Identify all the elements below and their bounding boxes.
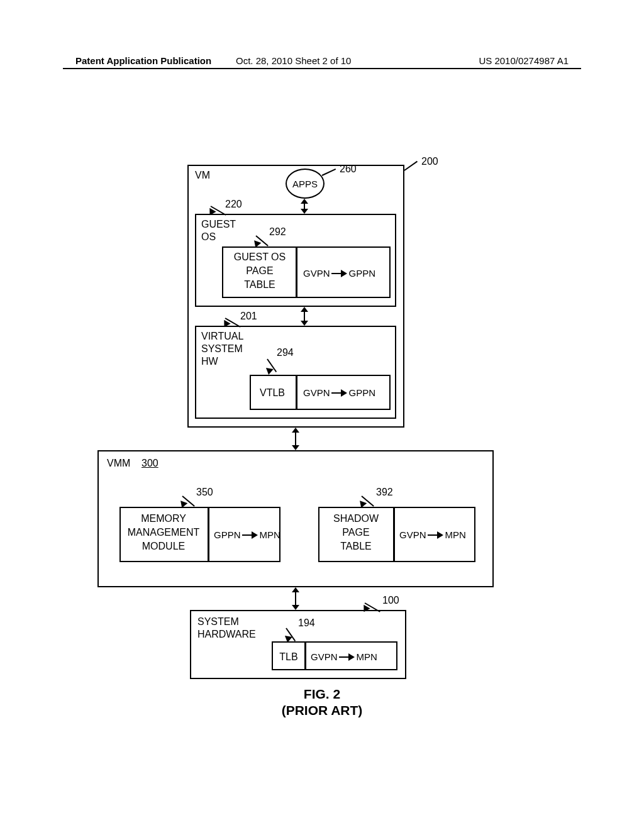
vtlb-map-to: GPPN <box>349 387 376 398</box>
vmm-label: VMM <box>107 458 130 469</box>
guest-os-l1: GUEST <box>201 219 236 230</box>
vtlb-map-from: GVPN <box>303 387 330 398</box>
vsys-l1: VIRTUAL <box>201 331 243 342</box>
apps-label: APPS <box>292 179 318 189</box>
ref-294: 294 <box>277 347 294 358</box>
gpt-map-to: GPPN <box>349 268 376 279</box>
vm-label: VM <box>195 170 210 181</box>
arrow-vmm-syshw <box>292 587 299 610</box>
spt-map-from: GVPN <box>399 529 426 540</box>
vtlb-label: VTLB <box>253 387 292 399</box>
ref-194: 194 <box>298 617 315 629</box>
arrow-apps-guestos <box>301 199 308 214</box>
spt-map-to: MPN <box>445 529 466 540</box>
tlb-map-to: MPN <box>357 651 377 662</box>
spt-l2: PAGE <box>321 527 391 538</box>
gpt-l3: TABLE <box>228 279 291 290</box>
ref-392: 392 <box>376 487 393 498</box>
ref-220: 220 <box>225 199 242 210</box>
mmm-divider <box>208 507 209 562</box>
mem-l3: MODULE <box>123 541 204 552</box>
ref-201: 201 <box>240 311 257 322</box>
gpt-l2: PAGE <box>228 265 291 277</box>
arrow-icon <box>331 270 348 277</box>
guest-os-l2: OS <box>201 231 216 243</box>
tlb-map-from: GVPN <box>311 651 338 662</box>
spt-divider <box>393 507 395 562</box>
mmm-map-from: GPPN <box>214 529 241 540</box>
tlb-divider <box>304 641 306 670</box>
gpt-divider <box>296 246 297 298</box>
spt-l1: SHADOW <box>321 513 391 524</box>
diagram-canvas: VM 200 APPS 260 GUEST OS 220 GUEST OS PA… <box>0 0 644 830</box>
figure-number: FIG. 2 <box>0 687 644 702</box>
leader-194-head <box>284 636 292 643</box>
tlb-label: TLB <box>275 651 303 663</box>
arrow-icon <box>331 389 348 397</box>
gpt-mapping: GVPN GPPN <box>303 268 375 279</box>
mem-l1: MEMORY <box>123 513 204 524</box>
leader-294-head <box>265 368 274 375</box>
ref-350: 350 <box>196 487 213 498</box>
ref-200: 200 <box>421 156 438 167</box>
vtlb-mapping: GVPN GPPN <box>303 387 375 398</box>
mem-l2: MANAGEMENT <box>123 527 204 538</box>
vsys-l2: SYSTEM <box>201 343 243 355</box>
tlb-mapping: GVPN MPN <box>311 651 377 662</box>
spt-l3: TABLE <box>321 541 391 552</box>
mmm-mapping: GPPN MPN <box>214 529 280 540</box>
sys-l1: SYSTEM <box>197 616 239 628</box>
ref-292: 292 <box>269 226 286 238</box>
vsys-l3: HW <box>201 356 218 367</box>
leader-200 <box>404 161 418 171</box>
gpt-map-from: GVPN <box>303 268 330 279</box>
ref-260: 260 <box>340 163 357 175</box>
ref-100: 100 <box>382 595 399 606</box>
arrow-icon <box>242 531 258 539</box>
mmm-map-to: MPN <box>260 529 280 540</box>
spt-mapping: GVPN MPN <box>399 529 466 540</box>
arrow-guestos-vsys <box>301 307 308 326</box>
arrow-icon <box>339 653 355 661</box>
sys-l2: HARDWARE <box>197 629 256 640</box>
arrow-icon <box>428 531 444 539</box>
apps-circle: APPS <box>286 169 325 199</box>
ref-300: 300 <box>142 458 158 469</box>
figure-subtitle: (PRIOR ART) <box>0 703 644 718</box>
arrow-vm-vmm <box>292 428 299 450</box>
vtlb-divider <box>296 375 297 410</box>
gpt-l1: GUEST OS <box>228 252 291 263</box>
